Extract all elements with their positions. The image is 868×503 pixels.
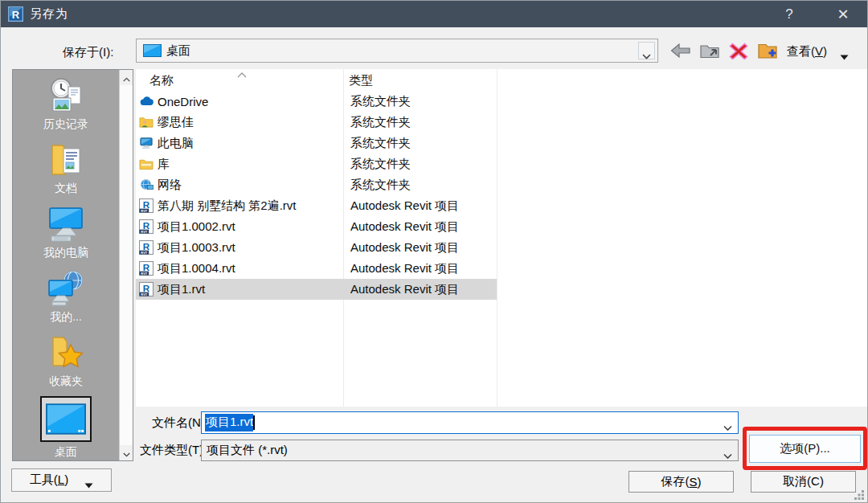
file-row[interactable]: RRVT项目1.0002.rvtAutodesk Revit 项目 — [136, 216, 497, 237]
file-type-text: Autodesk Revit 项目 — [345, 261, 497, 276]
titlebar: R 另存为 ? ✕ — [1, 1, 867, 27]
new-folder-button[interactable] — [755, 41, 780, 63]
places-sidebar: 历史记录文档我的电脑我的...收藏夹桌面 — [12, 69, 133, 461]
my-computer-icon — [47, 206, 85, 243]
up-one-level-folder-icon — [699, 42, 720, 63]
onedrive-icon — [139, 94, 154, 108]
scroll-down-button[interactable] — [120, 445, 133, 460]
tools-label: 工具(L) — [30, 472, 68, 488]
save-in-value: 桌面 — [166, 43, 190, 59]
sidebar-item-desktop[interactable]: 桌面 — [13, 396, 119, 460]
file-type-value: 项目文件 (*.rvt) — [207, 443, 288, 458]
user-folder-icon — [139, 115, 154, 129]
caret-down-icon — [84, 477, 93, 483]
file-name-text: 网络 — [158, 178, 182, 193]
sidebar-item-network-places[interactable]: 我的... — [13, 268, 119, 332]
file-row[interactable]: 库系统文件夹 — [136, 153, 497, 174]
file-name-label: 文件名(N): — [152, 415, 208, 431]
svg-text:RVT: RVT — [141, 209, 148, 213]
resize-grip-icon[interactable] — [854, 490, 865, 500]
file-type-text: 系统文件夹 — [345, 115, 497, 130]
column-header-type[interactable]: 类型 — [349, 73, 373, 88]
revit-app-icon: R — [8, 6, 23, 22]
sidebar-item-my-computer[interactable]: 我的电脑 — [13, 203, 119, 268]
back-arrow-icon — [670, 42, 691, 63]
places-scrollbar[interactable] — [119, 70, 133, 460]
file-type-text: Autodesk Revit 项目 — [345, 198, 497, 214]
revit-icon: RRVT — [139, 282, 154, 296]
save-in-label: 保存于(I): — [63, 45, 113, 60]
save-button[interactable]: 保存(S) — [628, 471, 734, 493]
tools-menu-button[interactable]: 工具(L) — [11, 468, 112, 492]
scroll-up-button[interactable] — [120, 70, 133, 85]
grip-dots-icon — [854, 490, 865, 500]
text-cursor — [253, 415, 255, 430]
view-menu-button[interactable]: 查看(V) — [787, 44, 849, 59]
up-one-level-button[interactable] — [697, 41, 722, 63]
desktop-icon — [40, 396, 92, 442]
file-name-value: 项目1.rvt — [205, 414, 253, 431]
revit-icon: RRVT — [139, 219, 154, 234]
sidebar-item-documents[interactable]: 文档 — [13, 139, 119, 203]
this-pc-icon — [139, 136, 154, 150]
file-type-text: Autodesk Revit 项目 — [345, 219, 497, 235]
file-name-text: 项目1.rvt — [158, 282, 205, 297]
file-name-text: 项目1.0003.rvt — [158, 240, 235, 256]
column-divider — [497, 69, 497, 407]
file-name-text: 此电脑 — [158, 136, 194, 151]
chevron-down-icon — [642, 48, 651, 54]
sidebar-item-label: 收藏夹 — [49, 374, 83, 389]
sidebar-item-label: 我的... — [50, 310, 82, 325]
delete-button[interactable] — [726, 41, 751, 63]
file-row[interactable]: RRVT第八期 别墅结构 第2遍.rvtAutodesk Revit 项目 — [136, 195, 497, 216]
file-name-text: 缪思佳 — [158, 115, 194, 130]
file-name-input[interactable]: 项目1.rvt — [201, 411, 739, 434]
file-type-text: 系统文件夹 — [345, 178, 497, 193]
file-name-text: 库 — [158, 157, 170, 172]
file-row[interactable]: RRVT项目1.rvtAutodesk Revit 项目 — [136, 279, 497, 300]
chevron-down-icon[interactable] — [723, 420, 732, 426]
save-in-combobox[interactable]: 桌面 — [136, 39, 658, 63]
file-type-combobox[interactable]: 项目文件 (*.rvt) — [201, 440, 739, 461]
revit-icon: RRVT — [139, 198, 154, 213]
file-type-text: 系统文件夹 — [345, 94, 497, 109]
network-icon — [139, 178, 154, 192]
file-type-text: 系统文件夹 — [345, 136, 497, 151]
file-type-text: Autodesk Revit 项目 — [345, 240, 497, 256]
file-row[interactable]: RRVT项目1.0003.rvtAutodesk Revit 项目 — [136, 237, 497, 258]
save-in-dropdown-button[interactable] — [638, 42, 655, 59]
back-button[interactable] — [668, 41, 693, 63]
svg-text:RVT: RVT — [141, 292, 148, 296]
file-row[interactable]: RRVT项目1.0004.rvtAutodesk Revit 项目 — [136, 258, 497, 279]
svg-text:RVT: RVT — [141, 230, 148, 234]
chevron-up-icon — [123, 71, 130, 85]
history-icon — [47, 77, 85, 114]
file-name-text: 项目1.0004.rvt — [158, 261, 235, 276]
svg-text:RVT: RVT — [141, 272, 148, 276]
file-name-text: 项目1.0002.rvt — [158, 219, 235, 235]
help-button[interactable]: ? — [768, 1, 810, 27]
sidebar-item-label: 历史记录 — [43, 117, 88, 132]
delete-x-icon — [728, 42, 749, 63]
options-button[interactable]: 选项(P)... — [749, 435, 861, 463]
file-type-label: 文件类型(T): — [140, 443, 207, 458]
column-header-name[interactable]: 名称 — [149, 73, 174, 88]
file-row[interactable]: 缪思佳系统文件夹 — [136, 112, 497, 133]
cancel-button[interactable]: 取消(C) — [751, 471, 856, 493]
sort-ascending-icon — [237, 72, 247, 78]
sidebar-item-label: 我的电脑 — [43, 246, 88, 260]
file-name-text: 第八期 别墅结构 第2遍.rvt — [158, 198, 297, 214]
sidebar-item-history[interactable]: 历史记录 — [13, 75, 119, 139]
list-header: 名称 类型 — [136, 72, 867, 91]
network-places-icon — [47, 270, 85, 307]
close-button[interactable]: ✕ — [819, 1, 867, 27]
file-type-text: 系统文件夹 — [345, 157, 497, 172]
file-list: 名称 类型 OneDrive系统文件夹缪思佳系统文件夹此电脑系统文件夹库系统文件… — [136, 69, 867, 407]
file-row[interactable]: 网络系统文件夹 — [136, 174, 497, 195]
file-row[interactable]: OneDrive系统文件夹 — [136, 91, 497, 112]
sidebar-item-favorites[interactable]: 收藏夹 — [13, 332, 119, 396]
chevron-down-icon — [723, 448, 732, 453]
revit-icon: RRVT — [139, 261, 154, 276]
window-title: 另存为 — [30, 6, 68, 22]
file-row[interactable]: 此电脑系统文件夹 — [136, 133, 497, 153]
